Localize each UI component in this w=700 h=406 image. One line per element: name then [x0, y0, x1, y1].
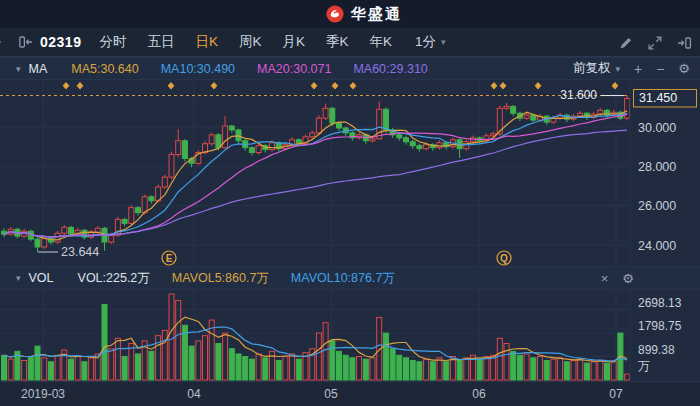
volume-bar[interactable] — [69, 359, 74, 380]
candle[interactable] — [457, 138, 462, 158]
volume-bar[interactable] — [2, 355, 7, 380]
event-diamond-icon[interactable] — [311, 82, 318, 90]
zoom-out-button[interactable]: − — [656, 62, 664, 76]
volume-bar[interactable] — [397, 355, 402, 380]
volume-bar[interactable] — [256, 354, 261, 380]
volume-bar[interactable] — [276, 360, 281, 380]
volume-bar[interactable] — [363, 359, 368, 380]
panel-caret-icon[interactable]: ▾ — [0, 37, 8, 48]
volume-bar[interactable] — [524, 354, 529, 380]
candle[interactable] — [558, 113, 563, 120]
volume-bar[interactable] — [357, 357, 362, 380]
main-chart-canvas[interactable]: 30.00028.00026.00024.000EQ31.60023.64431… — [0, 80, 700, 266]
volume-bar[interactable] — [383, 333, 388, 380]
candle[interactable] — [136, 206, 141, 215]
volume-bar[interactable] — [283, 357, 288, 380]
volume-bar[interactable] — [236, 354, 241, 380]
close-icon[interactable]: × — [601, 272, 609, 285]
volume-bar[interactable] — [417, 362, 422, 380]
candle[interactable] — [2, 228, 7, 237]
volume-bar[interactable] — [564, 362, 569, 380]
volume-bar[interactable] — [243, 357, 248, 380]
volume-bar[interactable] — [611, 362, 616, 380]
candle[interactable] — [511, 105, 516, 116]
volume-chart-canvas[interactable]: 2698.131798.75899.38万 — [0, 290, 700, 382]
volume-bar[interactable] — [196, 341, 201, 380]
volume-bar[interactable] — [8, 359, 13, 380]
candle[interactable] — [625, 96, 630, 121]
volume-bar[interactable] — [477, 359, 482, 380]
candle[interactable] — [404, 136, 409, 145]
volume-bar[interactable] — [48, 362, 53, 380]
volume-bar[interactable] — [517, 355, 522, 380]
volume-bar[interactable] — [484, 357, 489, 380]
volume-bar[interactable] — [330, 341, 335, 380]
volume-bar[interactable] — [497, 338, 502, 380]
volume-bar[interactable] — [511, 351, 516, 380]
volume-bar[interactable] — [578, 359, 583, 380]
candle[interactable] — [323, 103, 328, 120]
volume-bar[interactable] — [35, 346, 40, 380]
candle[interactable] — [28, 230, 33, 242]
zoom-in-button[interactable]: + — [634, 62, 642, 76]
volume-bar[interactable] — [55, 355, 60, 380]
candle[interactable] — [82, 229, 87, 240]
volume-bar[interactable] — [42, 358, 47, 380]
event-diamond-icon[interactable] — [535, 82, 542, 90]
dock-left-icon[interactable] — [18, 34, 34, 50]
candle[interactable] — [122, 218, 127, 226]
fullscreen-icon[interactable] — [647, 35, 663, 51]
volume-bar[interactable] — [82, 362, 87, 380]
candle[interactable] — [55, 231, 60, 244]
volume-bar[interactable] — [491, 355, 496, 380]
candle[interactable] — [410, 140, 415, 149]
candle[interactable] — [524, 113, 529, 120]
event-diamond-icon[interactable] — [500, 82, 507, 90]
event-marker-Q[interactable]: Q — [497, 251, 511, 265]
volume-bar[interactable] — [109, 349, 114, 380]
candle[interactable] — [129, 205, 134, 225]
event-diamond-icon[interactable] — [211, 82, 218, 90]
volume-bar[interactable] — [290, 354, 295, 380]
volume-bar[interactable] — [149, 351, 154, 380]
volume-bar[interactable] — [424, 359, 429, 380]
candle[interactable] — [176, 129, 181, 158]
volume-bar[interactable] — [410, 360, 415, 380]
candle[interactable] — [102, 227, 107, 251]
volume-bar[interactable] — [102, 304, 107, 380]
volume-bar[interactable] — [28, 357, 33, 380]
volume-bar[interactable] — [571, 360, 576, 380]
interval-dropdown[interactable]: 1分 ▾ — [415, 33, 446, 51]
tab-quarterly-k[interactable]: 季K — [326, 33, 349, 51]
event-diamond-icon[interactable] — [612, 82, 619, 90]
tab-daily-k[interactable]: 日K — [195, 33, 218, 51]
volume-bar[interactable] — [89, 358, 94, 380]
tab-minute-line[interactable]: 分时 — [99, 33, 126, 51]
tab-monthly-k[interactable]: 月K — [282, 33, 305, 51]
ma-title[interactable]: MA — [29, 62, 48, 76]
volume-bar[interactable] — [22, 360, 27, 380]
volume-bar[interactable] — [115, 338, 120, 380]
volume-bar[interactable] — [203, 336, 208, 380]
volume-bar[interactable] — [162, 330, 167, 380]
candle[interactable] — [209, 133, 214, 146]
candle[interactable] — [182, 139, 187, 161]
volume-bar[interactable] — [531, 358, 536, 380]
volume-bar[interactable] — [216, 344, 221, 380]
tab-five-day[interactable]: 五日 — [147, 33, 174, 51]
volume-bar[interactable] — [189, 346, 194, 380]
stock-code[interactable]: 02319 — [40, 34, 81, 50]
volume-bar[interactable] — [337, 351, 342, 380]
gear-icon[interactable]: ⚙ — [678, 62, 690, 75]
volume-bar[interactable] — [390, 349, 395, 380]
candle[interactable] — [249, 146, 254, 155]
volume-bar[interactable] — [169, 294, 174, 380]
event-diamond-icon[interactable] — [63, 82, 70, 90]
event-diamond-icon[interactable] — [332, 82, 339, 90]
volume-bar[interactable] — [129, 344, 134, 380]
volume-bar[interactable] — [430, 362, 435, 380]
volume-bar[interactable] — [263, 358, 268, 380]
volume-bar[interactable] — [625, 374, 630, 380]
volume-bar[interactable] — [122, 357, 127, 380]
candle[interactable] — [62, 225, 67, 235]
